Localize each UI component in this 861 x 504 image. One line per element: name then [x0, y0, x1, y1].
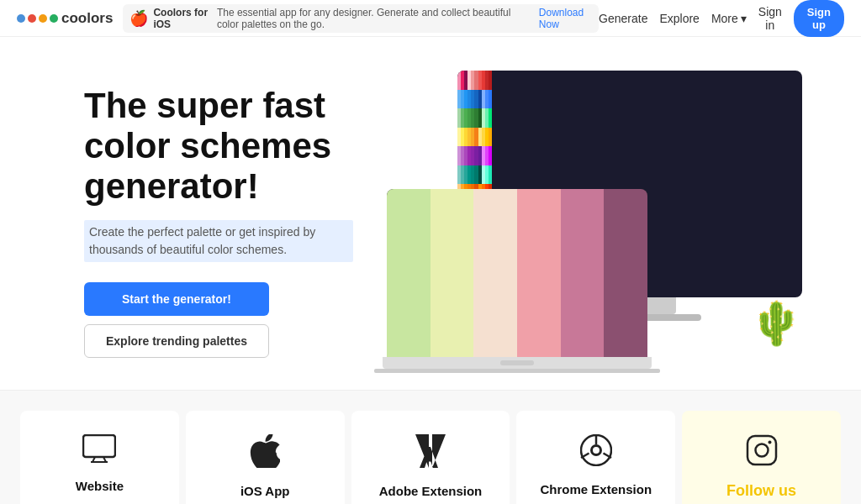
hero-devices: EXPLORE ↙ MAKE A PALETTE ↘	[370, 71, 811, 373]
bottom-cards: WebsiteAll the power of Coolors on your …	[0, 390, 861, 504]
logo[interactable]: coolors	[17, 10, 113, 27]
chrome-icon	[580, 434, 612, 474]
navbar-left: coolors 🍎 Coolors for iOS The essential …	[17, 4, 599, 33]
navbar-right: Generate Explore More ▾ Sign in Sign up	[599, 0, 844, 37]
logo-circle-red	[28, 14, 36, 23]
svg-point-6	[593, 447, 600, 454]
nav-more-dropdown[interactable]: More ▾	[711, 12, 747, 25]
adobe-icon	[415, 434, 446, 475]
logo-circles	[17, 14, 58, 23]
follow-icon	[746, 434, 778, 474]
svg-rect-0	[83, 435, 115, 457]
nav-generate-link[interactable]: Generate	[599, 12, 647, 25]
website-icon	[82, 434, 116, 470]
svg-point-12	[768, 441, 771, 444]
logo-circle-green	[50, 14, 58, 23]
color-swatch	[489, 90, 492, 109]
chevron-down-icon: ▾	[741, 12, 747, 25]
hero-text: The super fast color schemes generator! …	[84, 86, 353, 359]
nav-explore-link[interactable]: Explore	[659, 12, 699, 25]
navbar: coolors 🍎 Coolors for iOS The essential …	[0, 0, 861, 37]
svg-point-11	[755, 444, 768, 457]
svg-rect-10	[747, 436, 776, 465]
card-title-follow: Follow us	[726, 482, 796, 500]
laptop-palette-strip	[473, 189, 517, 357]
color-swatch	[489, 165, 492, 185]
card-title-chrome: Chrome Extension	[541, 482, 652, 496]
laptop-device	[387, 189, 647, 373]
laptop-palette-strip	[561, 189, 605, 357]
signup-button[interactable]: Sign up	[794, 0, 844, 37]
color-swatch	[489, 71, 492, 90]
ios-banner[interactable]: 🍎 Coolors for iOS The essential app for …	[123, 4, 599, 33]
laptop-screen	[387, 189, 647, 357]
color-swatch	[489, 146, 492, 165]
laptop-palette-strip	[517, 189, 561, 357]
card-title-website: Website	[76, 479, 124, 493]
laptop-palette-strip	[430, 189, 474, 357]
nav-more-label: More	[711, 12, 738, 25]
laptop-bottom	[383, 357, 652, 369]
laptop-palette	[387, 189, 647, 357]
logo-text: coolors	[61, 10, 113, 27]
signin-button[interactable]: Sign in	[758, 5, 782, 32]
hero-subtitle: Create the perfect palette or get inspir…	[84, 220, 353, 262]
card-chrome[interactable]: Chrome ExtensionGet and edit a palette e…	[516, 411, 675, 504]
logo-circle-orange	[39, 14, 47, 23]
color-swatch	[489, 108, 492, 128]
card-adobe[interactable]: Adobe ExtensionAll palettes right into y…	[351, 411, 510, 504]
color-swatch	[489, 128, 492, 147]
card-title-adobe: Adobe Extension	[379, 484, 483, 498]
card-ios[interactable]: iOS AppCreate, browse and save palettes …	[186, 411, 345, 504]
card-follow[interactable]: Follow us	[682, 411, 841, 504]
cactus-decoration: 🌵	[750, 299, 802, 348]
start-generator-button[interactable]: Start the generator!	[84, 282, 269, 316]
hero-section: The super fast color schemes generator! …	[0, 37, 861, 390]
hero-title: The super fast color schemes generator!	[84, 86, 353, 207]
card-website[interactable]: WebsiteAll the power of Coolors on your …	[20, 411, 179, 504]
laptop-palette-strip	[387, 189, 430, 357]
laptop-notch	[500, 360, 534, 365]
laptop-foot	[374, 369, 660, 373]
ios-download-link[interactable]: Download Now	[539, 7, 592, 30]
ios-icon	[250, 434, 280, 475]
card-title-ios: iOS App	[240, 484, 290, 498]
explore-palettes-button[interactable]: Explore trending palettes	[84, 324, 269, 358]
ios-desc: The essential app for any designer. Gene…	[217, 7, 534, 30]
logo-circle-blue	[17, 14, 25, 23]
ios-icon: 🍎	[129, 9, 148, 28]
laptop-palette-strip	[604, 189, 647, 357]
ios-label: Coolors for iOS	[153, 7, 211, 30]
